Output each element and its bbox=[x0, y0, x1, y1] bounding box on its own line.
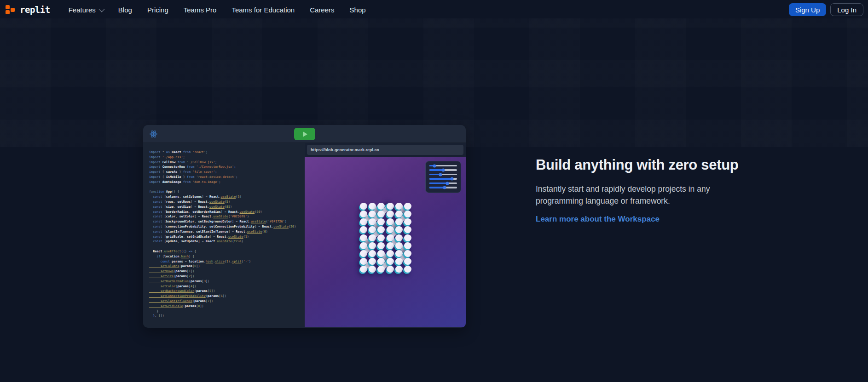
blob-dot bbox=[387, 258, 394, 265]
run-button[interactable] bbox=[294, 128, 315, 140]
nav-item-pricing[interactable]: Pricing bbox=[147, 6, 168, 14]
nav-item-label: Pricing bbox=[147, 6, 168, 14]
code-line: setConnectionProbability(params[6]) bbox=[149, 294, 302, 299]
code-line: const [columns, setColumns] = React.useS… bbox=[149, 194, 302, 200]
code-line: setColumns(params[0]) bbox=[149, 264, 302, 269]
code-line: setColor(params[4]) bbox=[149, 284, 302, 289]
code-line: import CellRow from './CellRow.jsx'; bbox=[149, 160, 302, 165]
blob-dot bbox=[387, 234, 394, 241]
slider-6[interactable] bbox=[429, 187, 457, 188]
blob-dot bbox=[377, 234, 385, 241]
code-line: setRows(params[1]) bbox=[149, 269, 302, 274]
slider-4[interactable] bbox=[429, 178, 457, 179]
code-line: setSize(params[2]) bbox=[149, 274, 302, 279]
nav-item-blog[interactable]: Blog bbox=[118, 6, 132, 14]
blob-dot bbox=[387, 242, 394, 249]
nav-item-features[interactable]: Features bbox=[69, 6, 103, 14]
blob-dot bbox=[369, 258, 376, 265]
replit-landing-page: replit FeaturesBlogPricingTeams ProTeams… bbox=[0, 0, 868, 382]
code-line: import { isMobile } from 'react-device-d… bbox=[149, 175, 302, 180]
log-in-button[interactable]: Log In bbox=[830, 3, 863, 16]
slider-thumb[interactable] bbox=[439, 173, 442, 176]
slider-thumb[interactable] bbox=[446, 182, 449, 185]
code-line: setGridScale(params[8]) bbox=[149, 304, 302, 309]
blob-dot bbox=[369, 234, 376, 241]
slider-thumb[interactable] bbox=[443, 186, 446, 189]
slider-2[interactable] bbox=[429, 169, 457, 171]
react-icon bbox=[149, 130, 158, 138]
blob-dot bbox=[404, 211, 411, 217]
blob-dot bbox=[387, 250, 394, 257]
nav-item-label: Careers bbox=[310, 6, 334, 14]
blob-dot bbox=[395, 218, 403, 225]
blob-dot bbox=[395, 234, 403, 241]
blob-dot bbox=[360, 266, 367, 273]
blob-dot bbox=[395, 250, 403, 257]
blob-dot bbox=[369, 203, 376, 210]
code-line: setBorderRadius(params[3]) bbox=[149, 279, 302, 284]
nav-item-label: Shop bbox=[350, 6, 366, 14]
url-field[interactable]: https://blob-generator.mark.repl.co bbox=[307, 145, 463, 155]
replit-logo-icon bbox=[6, 3, 16, 17]
hero-description: Instantly start and rapidly develop proj… bbox=[536, 183, 756, 207]
blob-dot bbox=[377, 211, 385, 217]
preview-pane: https://blob-generator.mark.repl.co bbox=[305, 143, 466, 327]
code-line bbox=[149, 185, 302, 190]
slider-5[interactable] bbox=[429, 182, 457, 184]
blob-dot bbox=[395, 226, 403, 233]
app-viewport bbox=[305, 157, 466, 327]
code-line: } bbox=[149, 309, 302, 314]
code-line: import domtoimage from 'dom-to-image'; bbox=[149, 180, 302, 185]
sign-up-button[interactable]: Sign Up bbox=[789, 3, 826, 16]
blob-dot bbox=[377, 226, 385, 233]
blob-dot bbox=[387, 266, 394, 273]
blob-dot bbox=[404, 266, 411, 273]
blob-dot bbox=[404, 218, 411, 225]
nav-item-careers[interactable]: Careers bbox=[310, 6, 334, 14]
slider-thumb[interactable] bbox=[433, 164, 436, 167]
blob-dot bbox=[395, 266, 403, 273]
replit-logo[interactable]: replit bbox=[6, 3, 50, 17]
slider-fill bbox=[429, 182, 447, 184]
code-line: const [update, setUpdate] = React.useSta… bbox=[149, 239, 302, 244]
blob-dot bbox=[360, 211, 367, 217]
nav-item-shop[interactable]: Shop bbox=[350, 6, 366, 14]
slider-fill bbox=[429, 178, 452, 179]
blob-dot bbox=[387, 203, 394, 210]
blob-dot bbox=[404, 226, 411, 233]
blob-dot bbox=[377, 266, 385, 273]
slider-1[interactable] bbox=[429, 165, 457, 166]
blob-dot bbox=[369, 242, 376, 249]
hero-text-block: Build anything with zero setup Instantly… bbox=[536, 157, 756, 224]
window-header bbox=[143, 125, 466, 143]
code-line: import './App.css'; bbox=[149, 155, 302, 160]
nav-item-teams-for-education[interactable]: Teams for Education bbox=[231, 6, 295, 14]
slider-thumb[interactable] bbox=[442, 169, 445, 172]
slider-3[interactable] bbox=[429, 174, 457, 175]
code-line: const [color, setColor] = React.useState… bbox=[149, 214, 302, 219]
blob-dot bbox=[404, 258, 411, 265]
blob-dot bbox=[369, 250, 376, 257]
code-line: setBackgroundColor(params[5]) bbox=[149, 289, 302, 294]
code-line: if (location.hash) { bbox=[149, 254, 302, 259]
nav-item-label: Teams Pro bbox=[184, 6, 217, 14]
nav-item-teams-pro[interactable]: Teams Pro bbox=[184, 6, 217, 14]
code-line: import * as React from 'react'; bbox=[149, 150, 302, 155]
blob-dot bbox=[395, 203, 403, 210]
blob-dot bbox=[404, 203, 411, 210]
learn-more-link[interactable]: Learn more about the Workspace bbox=[536, 215, 660, 224]
nav-item-label: Blog bbox=[118, 6, 132, 14]
nav-item-label: Teams for Education bbox=[231, 6, 295, 14]
nav-item-label: Features bbox=[69, 6, 96, 14]
blob-dot bbox=[387, 211, 394, 217]
browser-url-bar: https://blob-generator.mark.repl.co bbox=[305, 143, 466, 157]
blob-dot bbox=[404, 234, 411, 241]
blob-dot bbox=[377, 250, 385, 257]
code-editor[interactable]: import * as React from 'react';import '.… bbox=[143, 143, 305, 327]
code-line: const [rows, setRows] = React.useState(5… bbox=[149, 200, 302, 205]
nav-list: FeaturesBlogPricingTeams ProTeams for Ed… bbox=[69, 6, 366, 14]
code-line: const [backgroundColor, setBackgroundCol… bbox=[149, 219, 302, 224]
code-line: function App() { bbox=[149, 189, 302, 194]
slider-thumb[interactable] bbox=[451, 177, 454, 181]
workspace-demo-window: import * as React from 'react';import '.… bbox=[143, 125, 466, 328]
